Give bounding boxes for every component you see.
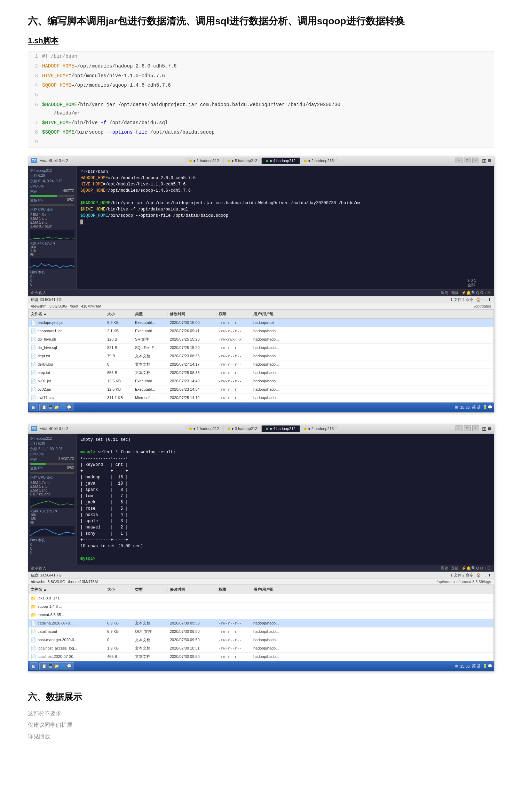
sidebar-disk-vals-2: 000 <box>30 543 74 554</box>
fm-row-2[interactable]: 📄charcount1.jar 2.1 KB Executabl... 2020… <box>29 327 493 335</box>
fm2-row-2[interactable]: 📁sqoop-1.4.6-... <box>29 603 493 611</box>
fm-path-label-3: /boot <box>70 304 78 308</box>
mysql-line-18: 10 rows in set (0.00 sec) <box>80 543 490 549</box>
term-content-2: HADOOP_HOME=/opt/modules/hadoop-2.6.0-cd… <box>80 175 462 181</box>
maximize-button-1[interactable]: □ <box>464 158 471 163</box>
code-line-6: 6 $HADOOP_HOME/bin/yarn jar /opt/datas/b… <box>28 100 494 118</box>
terminal-window-controls-1: ─ □ × ⊞ ≡ <box>456 158 491 164</box>
fm-filecount-1: 1 文件 2 命令 <box>450 297 473 302</box>
term-tab-1-3[interactable]: ● 4 hadoop212 <box>262 158 300 164</box>
sidebar-labels-2: 内存 CPU 命令 <box>30 475 74 480</box>
taskbar-layout-icon: ⊞ <box>455 405 458 409</box>
mysql-line-7: | hadoop | 16 | <box>80 474 490 480</box>
fm2-row-8[interactable]: 📄localhost.2020-07-30... 465 B 文本文档 2020… <box>29 653 493 661</box>
terminal-app-icon-2: FS <box>31 426 37 431</box>
fm2-row-7[interactable]: 📄localhost_access_log... 1.9 KB 文本文档 202… <box>29 644 493 653</box>
fm-row-1[interactable]: 📄baiduproject.jar 5.9 KB Executabl... 20… <box>29 319 493 327</box>
sidebar-net-vals: 16K11K5K <box>30 245 74 257</box>
taskbar-apps-2[interactable]: 📋 🖥️ 📁 🌐 💬 <box>39 662 74 670</box>
term-content-7: $HIVE_HOME/bin/hive -f /opt/datas/baidu.… <box>80 206 462 213</box>
fm-row-6[interactable]: 📄derby.log 0 文本文档 2020/07/27 14:17 -rw-r… <box>29 360 493 369</box>
taskbar-1: ⊞ 📋 🖥️ 📁 🌐 💬 ⊞ 15:25 英 基 🔋💬 <box>28 403 494 412</box>
fm-row-9[interactable]: 📄pv02.jar 12.6 KB Executabl... 2020/07/2… <box>29 385 493 394</box>
section6-item-3: 详见回放 <box>28 733 494 740</box>
sidebar-uptime: 运行 6:29 <box>30 173 74 178</box>
fm-row-10[interactable]: 📄swf17.csv 311.1 KB Microsoft... 2020/07… <box>29 394 493 402</box>
menu-icon: ≡ <box>488 158 491 164</box>
term-tab-1-1[interactable]: ● 1 hadoop212 <box>185 158 223 164</box>
mysql-line-11: | jack | 6 | <box>80 499 490 505</box>
mysql-line-9: | spark | 8 | <box>80 487 490 493</box>
fm2-row-3[interactable]: 📁tomcat-8.5.35... <box>29 611 493 619</box>
terminal-cmd-bar-2: 命令输入 历史 选拔 ⚡🔔🔍Q O ↓ 日 <box>28 565 494 572</box>
fm-toolbar-icons-2: 🏠 ↑ ↓ ⬆ <box>476 573 491 578</box>
select-btn-2[interactable]: 选拔 <box>451 566 459 571</box>
fm-row-4[interactable]: 📄db_hive.sql 821 B SQL Text F... 2020/07… <box>29 344 493 352</box>
maximize-button-2[interactable]: □ <box>464 425 471 431</box>
term-cursor-1 <box>80 219 462 225</box>
mysql-line-19 <box>80 549 490 556</box>
fm-row-8[interactable]: 📄pv01.jar 12.5 KB Executabl... 2020/07/2… <box>29 377 493 385</box>
grid-icon-2: ⊞ <box>482 425 487 432</box>
fm-header-1: 文件名 ▲ 大小 类型 修改时间 权限 用户/用户组 <box>29 310 493 319</box>
close-button-2[interactable]: × <box>472 425 479 431</box>
term-tab-1-4[interactable]: ● 2 hadoop213 <box>300 158 338 164</box>
term-bottom-right-1: 历史 选拔 ⚡🔔🔍Q O ↓ 日 <box>441 290 491 295</box>
close-button-1[interactable]: × <box>472 158 479 163</box>
sidebar-ip: IP hadoop212 <box>30 169 74 173</box>
fm-row-3[interactable]: 📄db_hive.sh 128 B SH 文件 2020/07/25 15:28… <box>29 335 493 344</box>
term-tab-2-2[interactable]: ● 3 hadoop212 <box>223 425 262 432</box>
fm2-row-5[interactable]: 📄catalina.out 6.9 KB OUT 文件 2020/07/30 0… <box>29 628 493 636</box>
sidebar-disk-vals: 000 <box>30 275 74 286</box>
mysql-line-20: mysql> <box>80 556 490 562</box>
fm2-row-1[interactable]: 📁jdk1.8.0_171 <box>29 594 493 603</box>
taskbar-start-2[interactable]: ⊞ <box>30 662 38 670</box>
term-tab-2-3[interactable]: ● 4 hadoop212 <box>262 425 300 432</box>
terminal-body-1: IP hadoop212 运行 6:29 负载 0.14, 0.24, 0.19… <box>28 166 494 289</box>
fm2-row-4[interactable]: 📄catalina.2020-07-30... 6.9 KB 文本文档 2020… <box>29 619 493 628</box>
term-tab-2-1[interactable]: ● 1 hadoop212 <box>185 425 223 432</box>
mysql-line-3: mysql> select * from tb_weblog_result; <box>80 449 490 455</box>
file-manager-bar-1: 磁盘 33.5G/41.7G 1 文件 2 命令 🏠 ↑ ↓ ⬆ <box>28 296 494 303</box>
minimize-button-2[interactable]: ─ <box>456 425 462 431</box>
fm-filecount-2: 1 文件 2 命令 <box>450 573 473 578</box>
mem-progress-2 <box>30 463 74 465</box>
terminal-title-1: FinalShell 3.6.2 <box>39 158 68 163</box>
history-btn-2[interactable]: 历史 <box>441 566 448 571</box>
fm-row-5[interactable]: 📄dept.txt 79 B 文本文档 2020/07/23 08:35 -rw… <box>29 352 493 360</box>
fm-row-7[interactable]: 📄emp.txt 656 B 文本文档 2020/07/25 08:35 -rw… <box>29 369 493 377</box>
cmd-label-2: 命令输入 <box>31 566 46 571</box>
sidebar-procs: 2.5M 1.3shd 2.5M 1 shd 2.5M 1 shd 1.4M 0… <box>30 213 74 228</box>
fm-path-2a: /dev/shm 3.8G/3.9G <box>31 580 65 584</box>
term-icons-2: ⚡🔔🔍Q O ↓ 日 <box>461 566 491 571</box>
code-line-1: 1 #! /bin/bash <box>28 52 494 62</box>
main-title: 六、编写脚本调用jar包进行数据清洗、调用sql进行数据分析、调用sqoop进行… <box>28 14 494 29</box>
taskbar-icons-2: ⊞ 15:35 英 基 🔋💬 <box>455 663 492 669</box>
fm-path-label-4: 410M/476M <box>81 304 101 308</box>
terminal-titlebar-1: FS FinalShell 3.6.2 ● 1 hadoop212 ● 5 ha… <box>28 156 494 166</box>
term-tab-1-2[interactable]: ● 5 hadoop212 <box>223 158 262 164</box>
terminal-sidebar-2: IP hadoop212 运行 6:39 负载 2.11, 1.90, 0.93… <box>28 434 77 565</box>
sh-subtitle: 1.sh脚本 <box>28 35 494 46</box>
history-btn-1[interactable]: 历史 <box>441 290 448 295</box>
sidebar-labels: 内存 CPU 命令 <box>30 207 74 212</box>
sidebar-cpu: CPU 0% <box>30 184 74 188</box>
term-icons-1: ⚡🔔🔍Q O ↓ 日 <box>461 290 491 295</box>
taskbar-icons-1: ⊞ 15:25 英 基 🔋💬 <box>455 405 492 410</box>
fm2-row-6[interactable]: 📄host-manager.2020-0... 0 文本文档 2020/07/3… <box>29 636 493 644</box>
terminal-main-2[interactable]: Empty set (0.11 sec) mysql> select * fro… <box>77 434 494 565</box>
mysql-line-14: | apple | 3 | <box>80 518 490 524</box>
swap-progress-2 <box>30 472 74 474</box>
mini-chart-1 <box>30 230 74 240</box>
sidebar-procs-2: 2.5M 1.7shd 2.5M 1 shd 2.5M 1 shd 0 0.7 … <box>30 481 74 496</box>
taskbar-start-1[interactable]: ⊞ <box>30 404 38 411</box>
terminal-main-1[interactable]: #!/bin/bash HADOOP_HOME=/opt/modules/had… <box>77 166 466 289</box>
taskbar-finalshell-1[interactable]: 📋 🖥️ 📁 🌐 💬 <box>39 404 74 411</box>
select-btn-1[interactable]: 选拔 <box>451 290 459 295</box>
term-tab-2-4[interactable]: ● 2 hadoop213 <box>300 425 338 432</box>
code-line-9: 9 <box>28 137 494 147</box>
minimize-button-1[interactable]: ─ <box>456 158 462 163</box>
grid-icon: ⊞ <box>482 158 487 164</box>
sidebar-mem: 内存 46/77G <box>30 189 74 194</box>
term-content-5 <box>80 194 462 200</box>
